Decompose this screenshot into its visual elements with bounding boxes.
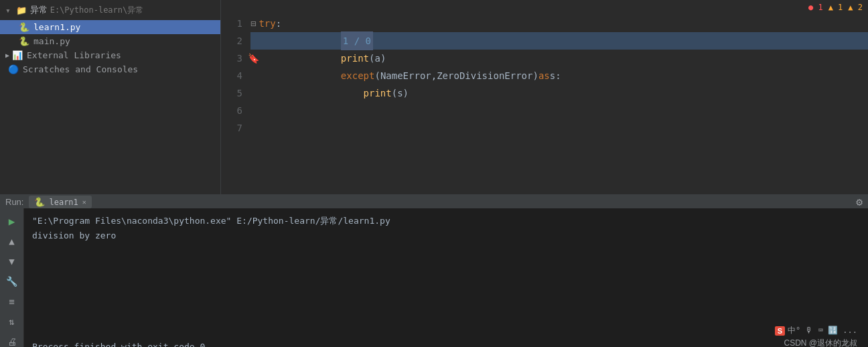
close-tab-icon[interactable]: ✕ — [82, 198, 86, 206]
sidebar-external-libraries[interactable]: ▶ 📊 External Libraries — [0, 48, 220, 62]
sidebar-scratches[interactable]: 🔵 Scratches and Consoles — [0, 62, 220, 76]
run-tab-bar: Run: 🐍 learn1 ✕ ⚙ — [0, 196, 868, 208]
csdn-watermark: S 中° 🎙 ⌨ 🔢 ... CSDN @退休的龙叔 — [770, 322, 863, 347]
csdn-logo: S — [775, 326, 785, 336]
expand-arrow-icon: ▶ — [5, 52, 9, 59]
settings-gear-icon[interactable]: ⚙ — [856, 196, 863, 208]
scroll-down-button[interactable]: ▼ — [3, 254, 21, 269]
folder-path: E:\Python-learn\异常 — [50, 5, 144, 16]
output-line-2: division by zero — [32, 228, 860, 243]
python-file-icon-2: 🐍 — [19, 36, 29, 46]
line-numbers: 1 2 3 4 5 6 7 — [221, 15, 248, 137]
folder-icon: ▾ 📁 — [5, 5, 27, 15]
run-tab-left: Run: 🐍 learn1 ✕ — [5, 196, 92, 208]
sidebar: ▾ 📁 异常 E:\Python-learn\异常 🐍 learn1.py 🐍 … — [0, 0, 221, 194]
run-button[interactable]: ▶ — [3, 214, 21, 228]
filter-icon[interactable]: ≡ — [3, 294, 21, 309]
wrench-icon[interactable]: 🔧 — [3, 274, 21, 289]
sort-icon[interactable]: ⇅ — [3, 314, 21, 329]
run-controls: ▶ ▲ ▼ 🔧 ≡ ⇅ 🖨 — [0, 208, 24, 347]
editor-area: ● 1 ▲ 1 ▲ 2 1 2 3 4 5 6 7 ⊟t — [221, 0, 868, 194]
scratches-icon: 🔵 — [8, 64, 19, 74]
python-run-icon: 🐍 — [34, 197, 45, 207]
warning-badge: ▲ 1 — [828, 3, 843, 12]
sidebar-file-learn1[interactable]: 🐍 learn1.py — [0, 20, 220, 34]
run-label: Run: — [5, 197, 23, 207]
output-empty-line — [32, 243, 860, 258]
output-line-1: "E:\Program Files\naconda3\python.exe" E… — [32, 214, 860, 228]
code-line-2: 1 / 0 — [250, 32, 868, 50]
scroll-up-button[interactable]: ▲ — [3, 234, 21, 249]
run-tab-name: learn1 — [49, 198, 78, 207]
code-line-1: ⊟try: — [250, 15, 868, 32]
run-output: "E:\Program Files\naconda3\python.exe" E… — [24, 208, 868, 321]
csdn-author-text: CSDN @退休的龙叔 — [784, 338, 857, 347]
output-and-csdn: "E:\Program Files\naconda3\python.exe" E… — [24, 208, 868, 347]
code-line-3: 🔖 print(a) — [250, 50, 868, 67]
code-line-6 — [250, 102, 868, 119]
python-file-icon: 🐍 — [19, 22, 29, 32]
process-finished-text: Process finished with exit code 0 — [32, 342, 205, 347]
code-content[interactable]: ⊟try: 1 / 0 🔖 print(a) except (NameError — [248, 15, 868, 137]
external-libraries-label: External Libraries — [27, 50, 121, 60]
editor-top-bar: ● 1 ▲ 1 ▲ 2 — [221, 0, 868, 15]
run-tab-item[interactable]: 🐍 learn1 ✕ — [29, 196, 91, 208]
csdn-icon-text: 中° 🎙 ⌨ 🔢 ... — [788, 325, 857, 336]
code-line-5: print(s) — [250, 84, 868, 102]
editor-with-annotation: 1 2 3 4 5 6 7 ⊟try: 1 / 0 — [221, 15, 868, 194]
print-icon[interactable]: 🖨 — [3, 334, 21, 347]
output-bottom-row: Process finished with exit code 0 S 中° 🎙… — [24, 321, 868, 347]
error-badges: ● 1 ▲ 1 ▲ 2 — [808, 3, 863, 12]
output-text-1: "E:\Program Files\naconda3\python.exe" E… — [32, 216, 390, 226]
sidebar-file-main-label: main.py — [33, 36, 70, 46]
library-icon: 📊 — [12, 50, 23, 60]
code-area[interactable]: 1 2 3 4 5 6 7 ⊟try: 1 / 0 — [221, 15, 868, 137]
sidebar-file-main[interactable]: 🐍 main.py — [0, 34, 220, 48]
code-line-7 — [250, 119, 868, 137]
scratches-label: Scratches and Consoles — [23, 64, 138, 74]
error-badge: ● 1 — [808, 3, 823, 12]
info-badge: ▲ 2 — [848, 3, 863, 12]
bottom-panel: Run: 🐍 learn1 ✕ ⚙ ▶ ▲ ▼ 🔧 ≡ ⇅ 🖨 "E:\Prog… — [0, 194, 868, 347]
sidebar-header: ▾ 📁 异常 E:\Python-learn\异常 — [0, 0, 220, 20]
output-text-2: division by zero — [32, 230, 116, 240]
csdn-icons-row: S 中° 🎙 ⌨ 🔢 ... — [775, 325, 857, 336]
run-controls-row: ▶ ▲ ▼ 🔧 ≡ ⇅ 🖨 "E:\Program Files\naconda3… — [0, 208, 868, 347]
folder-name: 异常 — [30, 4, 48, 16]
sidebar-file-learn1-label: learn1.py — [33, 22, 80, 32]
